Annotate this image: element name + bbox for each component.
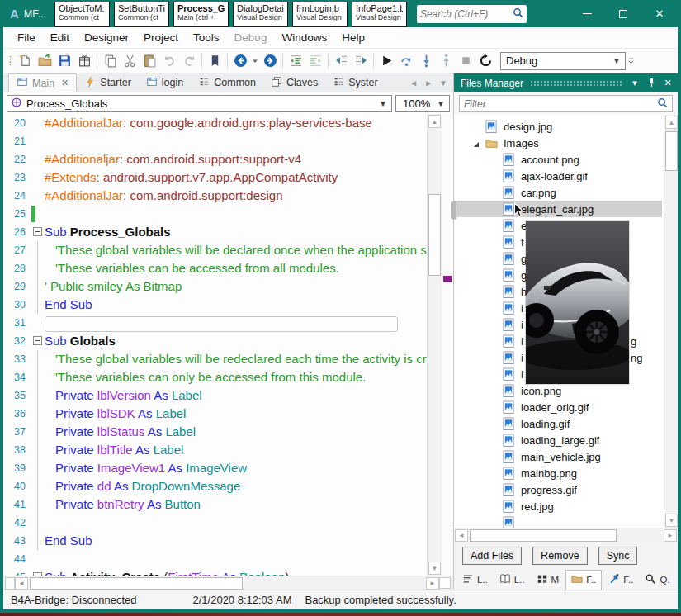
scroll-right-arrow[interactable]: ► [426,577,439,590]
bookmark-icon[interactable] [205,51,225,71]
tree-item-loading-gif[interactable]: loading.gif [454,415,662,432]
editor-tab-main[interactable]: Main✕ [8,73,77,92]
sync-button[interactable]: Sync [598,547,638,565]
document-tab-processgl[interactable]: Process_GlMain (ctrl + [173,2,229,27]
document-tab-infopage1b[interactable]: InfoPage1.bVisual Design [352,2,407,27]
filter-input[interactable] [464,98,657,110]
nav-back-icon[interactable] [230,51,250,71]
scrollbar-thumb[interactable] [428,194,441,276]
scroll-left-arrow[interactable]: ◄ [15,577,28,590]
editor-tab-claves[interactable]: Claves [263,73,325,92]
tree-vertical-scrollbar[interactable]: ▲▼ [664,115,678,528]
fold-collapse-icon[interactable] [33,336,42,345]
scroll-right-arrow[interactable]: ► [664,529,677,542]
editor-tab-login[interactable]: login [139,73,191,92]
tree-item-progress-gif[interactable]: progress.gif [454,481,662,498]
indent-icon[interactable] [286,51,305,71]
menu-help[interactable]: Help [334,28,372,47]
scroll-up-arrow[interactable]: ▲ [665,116,678,129]
tree-item-images[interactable]: Images [454,135,662,151]
tree-item-design-jpg[interactable]: design.jpg [454,118,662,135]
cut-icon[interactable] [120,51,140,71]
open-folder-icon[interactable] [35,51,54,71]
panel-tab-search-tab[interactable]: Q. [640,571,674,589]
editor-vertical-scrollbar[interactable]: ▲ ▼ [427,114,442,576]
scroll-down-arrow[interactable]: ▼ [428,562,441,575]
document-tab-objecttom[interactable]: ObjectToM:Common (ct [54,2,110,27]
panel-tab-modules[interactable]: M [532,571,565,589]
scroll-down-arrow[interactable]: ▼ [665,514,678,527]
tab-scroll-right-icon[interactable]: ► [422,78,435,88]
tree-item-partial[interactable] [454,514,662,528]
document-tab-frmloginb[interactable]: frmLogin.bVisual Design [292,2,348,27]
maximize-button[interactable] [605,0,641,27]
save-icon[interactable] [54,51,74,71]
tree-item-red-jpg[interactable]: red.jpg [454,498,662,514]
panel-menu-icon[interactable]: ▾ [629,78,641,88]
restart-icon[interactable] [475,51,495,71]
panel-tab-book[interactable]: L.. [494,571,530,589]
document-tab-dialogdetai[interactable]: DialogDetaiVisual Design [233,2,288,27]
menu-tools[interactable]: Tools [186,28,227,47]
scrollbar-thumb[interactable] [470,529,617,542]
scrollbar-thumb[interactable] [30,577,243,590]
scroll-left-arrow[interactable]: ◄ [455,529,468,542]
document-tab-setbuttonti[interactable]: SetButtonTiCommon (ct [114,2,169,27]
tree-horizontal-scrollbar[interactable]: ◄ ► [454,528,678,543]
new-file-icon[interactable] [15,51,35,71]
overflow-icon[interactable] [626,51,636,71]
package-icon[interactable] [74,51,94,71]
sub-navigator-combo[interactable]: Process_Globals ▼ [7,95,392,112]
tree-item-main-vehicle-jpg[interactable]: main_vehicle.jpg [454,448,662,465]
splitter-grip[interactable] [451,201,456,220]
remove-button[interactable]: Remove [532,547,588,565]
menu-file[interactable]: File [10,28,43,47]
pin-icon[interactable] [646,78,657,89]
tree-item-loading-large-gif[interactable]: loading_large.gif [454,432,662,448]
scroll-up-arrow[interactable]: ▲ [428,115,441,128]
fold-collapse-icon[interactable] [33,227,42,236]
tab-list-icon[interactable]: ▼ [437,78,450,88]
close-button[interactable]: ✕ [641,0,678,27]
add-files-button[interactable]: Add Files [462,547,522,565]
build-mode-combo[interactable]: Debug▼ [500,52,626,70]
tab-scroll-left-icon[interactable]: ◄ [407,78,420,88]
caret-down-icon[interactable] [250,51,260,71]
step-into-icon[interactable] [416,51,436,71]
tree-item-loader-orig-gif[interactable]: loader_orig.gif [454,399,662,415]
editor-horizontal-scrollbar[interactable]: ◄ ► [3,576,453,590]
close-tab-icon[interactable]: ✕ [61,78,69,88]
menu-windows[interactable]: Windows [274,28,334,47]
global-search-box[interactable] [417,5,527,23]
filter-box[interactable] [459,95,673,112]
minimize-button[interactable] [569,0,605,27]
files-tree[interactable]: design.jpgImagesaccount.pngajax-loader.g… [454,115,678,528]
comment-out-icon[interactable] [351,51,371,71]
copy-icon[interactable] [100,51,120,71]
nav-forward-icon[interactable] [260,51,280,71]
tree-item-icon-png[interactable]: icon.png [454,382,662,399]
step-over-icon[interactable] [396,51,416,71]
zoom-combo[interactable]: 100% ▼ [395,95,450,112]
editor-tab-starter[interactable]: Starter [77,73,139,92]
paste-icon[interactable] [140,51,159,71]
close-panel-icon[interactable]: ✕ [662,78,674,88]
panel-tab-folder-tab[interactable]: F.. [565,570,602,590]
tree-item-mainbg-png[interactable]: mainbg.png [454,465,662,481]
menu-designer[interactable]: Designer [77,28,136,47]
menu-edit[interactable]: Edit [43,28,77,47]
scrollbar-thumb[interactable] [665,131,678,171]
menu-project[interactable]: Project [136,28,186,47]
panel-tab-find-ref[interactable]: F.. [603,571,638,589]
tree-expander-icon[interactable] [472,139,480,147]
comment-in-icon[interactable] [331,51,351,71]
splitter-box[interactable] [5,577,15,590]
run-icon[interactable] [376,51,396,71]
editor-tab-syster[interactable]: Syster [325,73,380,92]
tree-item-elegant-car-jpg[interactable]: elegant_car.jpg [454,201,662,217]
editor-tab-common[interactable]: Common [191,73,263,92]
tree-item-car-png[interactable]: car.png [454,184,662,201]
code-editor[interactable]: 20#AdditionalJar: com.google.android.gms… [3,114,427,576]
panel-tab-logs[interactable]: L.. [457,571,493,589]
tree-item-account-png[interactable]: account.png [454,151,662,168]
